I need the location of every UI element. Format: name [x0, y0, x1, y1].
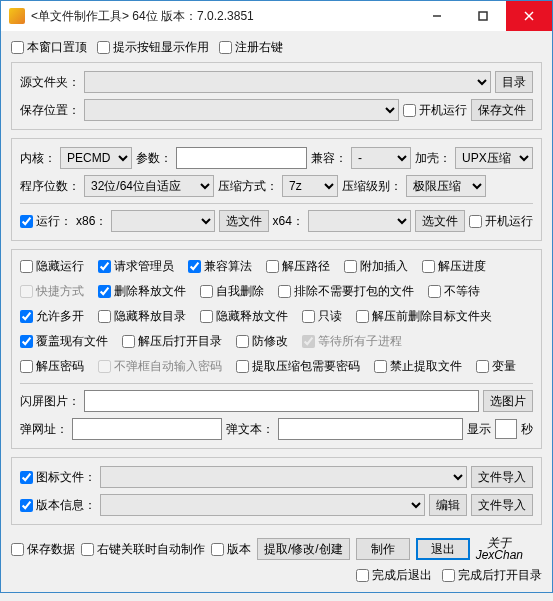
comp-level-select[interactable]: 极限压缩: [406, 175, 486, 197]
save-location-select[interactable]: [84, 99, 399, 121]
params-label: 参数：: [136, 150, 172, 167]
comp-method-label: 压缩方式：: [218, 178, 278, 195]
bottom-bar: 保存数据 右键关联时自动制作 版本 提取/修改/创建 制作 退出 关于 JexC…: [11, 533, 542, 563]
select-img-button[interactable]: 选图片: [483, 390, 533, 412]
x64-select-file-button[interactable]: 选文件: [415, 210, 465, 232]
compat-select[interactable]: -: [351, 147, 411, 169]
kernel-select[interactable]: PECMD: [60, 147, 132, 169]
run-checkbox[interactable]: 运行：: [20, 213, 72, 230]
comp-method-select[interactable]: 7z: [282, 175, 338, 197]
compat-label: 兼容：: [311, 150, 347, 167]
x86-select-file-button[interactable]: 选文件: [219, 210, 269, 232]
open-dir-after-checkbox[interactable]: 解压后打开目录: [122, 333, 222, 350]
app-window: <单文件制作工具> 64位 版本：7.0.2.3851 本窗口置顶 提示按钮显示…: [0, 0, 553, 593]
shell-label: 加壳：: [415, 150, 451, 167]
kernel-group: 内核： PECMD 参数： 兼容： - 加壳： UPX压缩 程序位数： 32位/…: [11, 138, 542, 241]
overwrite-checkbox[interactable]: 覆盖现有文件: [20, 333, 108, 350]
exit-after-checkbox[interactable]: 完成后退出: [356, 567, 432, 584]
icon-version-group: 图标文件： 文件导入 版本信息： 编辑 文件导入: [11, 457, 542, 525]
pop-text-input[interactable]: [278, 418, 463, 440]
show-seconds-input[interactable]: [495, 419, 517, 439]
extract-progress-checkbox[interactable]: 解压进度: [422, 258, 486, 275]
maximize-button[interactable]: [460, 1, 506, 31]
pop-url-input[interactable]: [72, 418, 222, 440]
register-right-checkbox[interactable]: 注册右键: [219, 39, 283, 56]
tip-button-checkbox[interactable]: 提示按钮显示作用: [97, 39, 209, 56]
readonly-checkbox[interactable]: 只读: [302, 308, 342, 325]
sec-label: 秒: [521, 421, 533, 438]
open-dir-after-done-checkbox[interactable]: 完成后打开目录: [442, 567, 542, 584]
hide-release-dir-checkbox[interactable]: 隐藏释放目录: [98, 308, 186, 325]
bits-label: 程序位数：: [20, 178, 80, 195]
extract-path-checkbox[interactable]: 解压路径: [266, 258, 330, 275]
x64-label: x64：: [273, 213, 304, 230]
exclude-nopack-checkbox[interactable]: 排除不需要打包的文件: [278, 283, 414, 300]
no-auto-pwd-checkbox: 不弹框自动输入密码: [98, 358, 222, 375]
del-release-checkbox[interactable]: 删除释放文件: [98, 283, 186, 300]
params-input[interactable]: [176, 147, 307, 169]
bits-select[interactable]: 32位/64位自适应: [84, 175, 214, 197]
pin-window-checkbox[interactable]: 本窗口置顶: [11, 39, 87, 56]
kernel-label: 内核：: [20, 150, 56, 167]
hide-run-checkbox[interactable]: 隐藏运行: [20, 258, 84, 275]
extract-need-pwd-checkbox[interactable]: 提取压缩包需要密码: [236, 358, 360, 375]
version-checkbox[interactable]: 版本: [211, 541, 251, 558]
source-folder-select[interactable]: [84, 71, 491, 93]
pop-url-label: 弹网址：: [20, 421, 68, 438]
compat-algo-checkbox[interactable]: 兼容算法: [188, 258, 252, 275]
wait-child-checkbox: 等待所有子进程: [302, 333, 402, 350]
self-del-checkbox[interactable]: 自我删除: [200, 283, 264, 300]
app-icon: [9, 8, 25, 24]
save-file-button[interactable]: 保存文件: [471, 99, 533, 121]
pop-text-label: 弹文本：: [226, 421, 274, 438]
window-title: <单文件制作工具> 64位 版本：7.0.2.3851: [31, 8, 414, 25]
hide-release-file-checkbox[interactable]: 隐藏释放文件: [200, 308, 288, 325]
x86-select[interactable]: [111, 210, 214, 232]
variable-checkbox[interactable]: 变量: [476, 358, 516, 375]
forbid-extract-checkbox[interactable]: 禁止提取文件: [374, 358, 462, 375]
shell-select[interactable]: UPX压缩: [455, 147, 533, 169]
del-target-before-checkbox[interactable]: 解压前删除目标文件夹: [356, 308, 492, 325]
boot-run-checkbox[interactable]: 开机运行: [403, 102, 467, 119]
about-link[interactable]: 关于 JexChan: [476, 537, 523, 561]
comp-level-label: 压缩级别：: [342, 178, 402, 195]
version-file-import-button[interactable]: 文件导入: [471, 494, 533, 516]
close-button[interactable]: [506, 1, 552, 31]
splash-img-label: 闪屏图片：: [20, 393, 80, 410]
shortcut-checkbox: 快捷方式: [20, 283, 84, 300]
boot-run2-checkbox[interactable]: 开机运行: [469, 213, 533, 230]
icon-file-import-button[interactable]: 文件导入: [471, 466, 533, 488]
top-checkbox-row: 本窗口置顶 提示按钮显示作用 注册右键: [11, 37, 542, 62]
auto-on-right-checkbox[interactable]: 右键关联时自动制作: [81, 541, 205, 558]
exit-button[interactable]: 退出: [416, 538, 470, 560]
titlebar: <单文件制作工具> 64位 版本：7.0.2.3851: [1, 1, 552, 31]
extract-pwd-checkbox[interactable]: 解压密码: [20, 358, 84, 375]
no-wait-checkbox[interactable]: 不等待: [428, 283, 480, 300]
source-folder-label: 源文件夹：: [20, 74, 80, 91]
attach-plugin-checkbox[interactable]: 附加插入: [344, 258, 408, 275]
splash-img-input[interactable]: [84, 390, 479, 412]
version-info-select[interactable]: [100, 494, 425, 516]
separator: [20, 203, 533, 204]
allow-multi-checkbox[interactable]: 允许多开: [20, 308, 84, 325]
dir-button[interactable]: 目录: [495, 71, 533, 93]
separator: [20, 383, 533, 384]
source-save-group: 源文件夹： 目录 保存位置： 开机运行 保存文件: [11, 62, 542, 130]
bottom-right-row: 完成后退出 完成后打开目录: [11, 563, 542, 584]
version-info-checkbox[interactable]: 版本信息：: [20, 497, 96, 514]
x86-label: x86：: [76, 213, 107, 230]
make-button[interactable]: 制作: [356, 538, 410, 560]
edit-button[interactable]: 编辑: [429, 494, 467, 516]
req-admin-checkbox[interactable]: 请求管理员: [98, 258, 174, 275]
show-label: 显示: [467, 421, 491, 438]
anti-modify-checkbox[interactable]: 防修改: [236, 333, 288, 350]
save-data-checkbox[interactable]: 保存数据: [11, 541, 75, 558]
extract-modify-create-button[interactable]: 提取/修改/创建: [257, 538, 350, 560]
icon-file-checkbox[interactable]: 图标文件：: [20, 469, 96, 486]
options-group: 隐藏运行 请求管理员 兼容算法 解压路径 附加插入 解压进度 快捷方式 删除释放…: [11, 249, 542, 449]
content-area: 本窗口置顶 提示按钮显示作用 注册右键 源文件夹： 目录 保存位置： 开机运行 …: [1, 31, 552, 592]
icon-file-select[interactable]: [100, 466, 467, 488]
x64-select[interactable]: [308, 210, 411, 232]
save-location-label: 保存位置：: [20, 102, 80, 119]
minimize-button[interactable]: [414, 1, 460, 31]
